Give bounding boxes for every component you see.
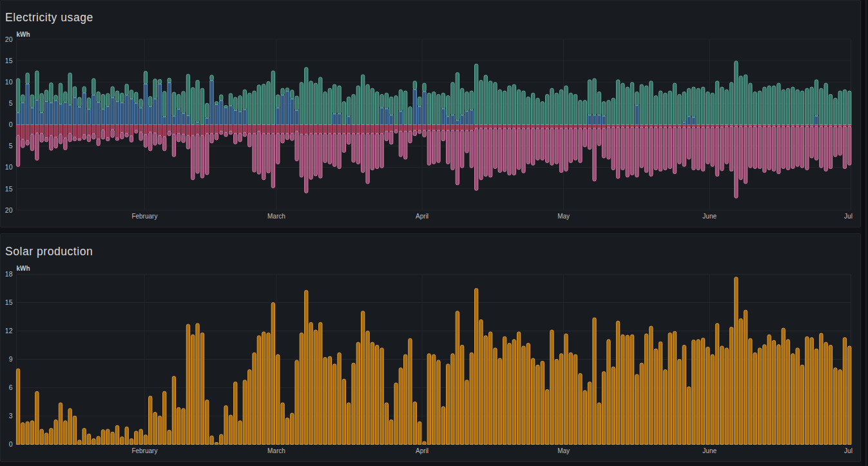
svg-text:12: 12 <box>5 327 13 335</box>
svg-text:May: May <box>557 213 570 220</box>
svg-text:Jul: Jul <box>844 213 853 220</box>
svg-text:June: June <box>702 213 717 220</box>
svg-text:February: February <box>131 447 157 454</box>
svg-text:20: 20 <box>5 206 13 214</box>
svg-text:Jul: Jul <box>844 447 853 454</box>
svg-text:18: 18 <box>5 270 13 278</box>
svg-text:April: April <box>416 213 429 220</box>
svg-text:3: 3 <box>9 412 13 420</box>
svg-text:May: May <box>557 447 570 454</box>
svg-text:March: March <box>267 447 285 454</box>
svg-text:kWh: kWh <box>17 31 30 38</box>
svg-text:10: 10 <box>5 163 13 171</box>
svg-text:10: 10 <box>5 78 13 86</box>
svg-text:15: 15 <box>5 57 13 64</box>
svg-text:kWh: kWh <box>17 265 30 272</box>
svg-text:15: 15 <box>5 185 13 193</box>
svg-text:0: 0 <box>9 440 13 448</box>
svg-text:June: June <box>702 447 717 454</box>
svg-text:5: 5 <box>9 142 13 150</box>
svg-text:0: 0 <box>9 121 13 128</box>
svg-text:9: 9 <box>9 355 13 363</box>
svg-text:6: 6 <box>9 383 13 391</box>
svg-text:20: 20 <box>5 35 13 43</box>
svg-text:April: April <box>416 447 429 454</box>
svg-text:February: February <box>131 213 157 220</box>
svg-text:15: 15 <box>5 298 13 306</box>
svg-text:5: 5 <box>9 99 13 107</box>
svg-text:March: March <box>267 213 285 220</box>
